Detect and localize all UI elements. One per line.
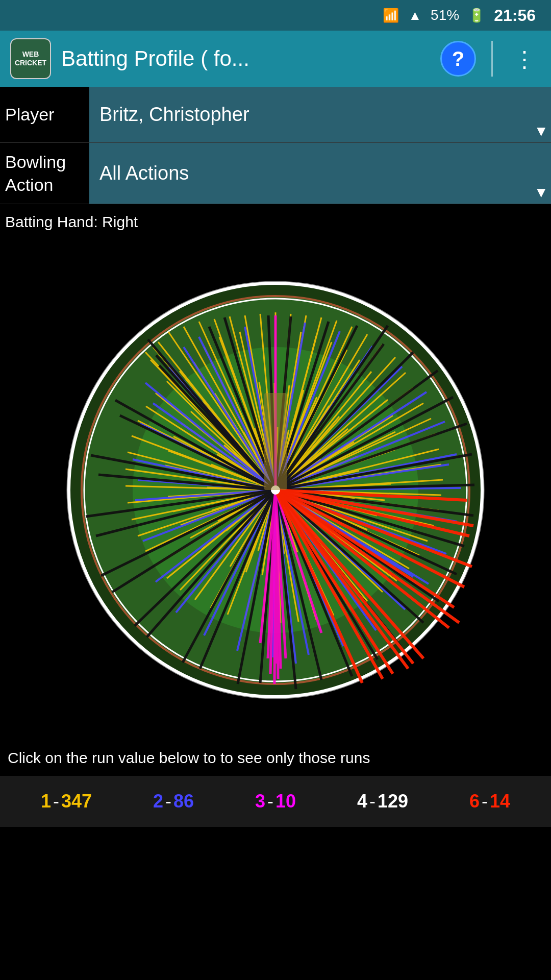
bowling-action-row: Bowling Action All Actions xyxy=(0,143,551,204)
player-row: Player Britz, Christopher xyxy=(0,87,551,143)
legend-item-four[interactable]: 4 - 129 xyxy=(357,791,408,812)
instruction-row: Click on the run value below to to see o… xyxy=(0,740,551,776)
wifi-icon: 📶 xyxy=(383,8,399,23)
divider xyxy=(491,41,493,77)
svg-rect-266 xyxy=(264,393,287,490)
status-time: 21:56 xyxy=(494,6,536,25)
signal-icon: ▲ xyxy=(408,8,421,23)
player-dropdown[interactable]: Britz, Christopher xyxy=(89,87,551,142)
legend-item-one[interactable]: 1 - 347 xyxy=(41,791,92,812)
legend-row[interactable]: 1 - 3472 - 863 - 104 - 1296 - 14 xyxy=(0,776,551,827)
battery-icon: 🔋 xyxy=(468,8,485,23)
app-bar: WEB CRICKET Batting Profile ( fo... ? ⋮ xyxy=(0,31,551,87)
battery-percentage: 51% xyxy=(431,7,459,23)
menu-button[interactable]: ⋮ xyxy=(508,46,541,72)
cricket-chart[interactable] xyxy=(66,281,485,699)
player-label: Player xyxy=(0,105,89,125)
instruction-text: Click on the run value below to to see o… xyxy=(8,749,370,767)
batting-hand-text: Batting Hand: Right xyxy=(5,213,138,231)
bowling-action-label: Bowling Action xyxy=(0,151,89,195)
app-logo: WEB CRICKET xyxy=(10,38,51,79)
status-bar: 📶 ▲ 51% 🔋 21:56 xyxy=(0,0,551,31)
legend-item-two[interactable]: 2 - 86 xyxy=(153,791,194,812)
legend-item-six[interactable]: 6 - 14 xyxy=(469,791,510,812)
app-title: Batting Profile ( fo... xyxy=(61,46,430,71)
chart-area xyxy=(0,240,551,740)
legend-item-three[interactable]: 3 - 10 xyxy=(255,791,296,812)
bowling-action-dropdown[interactable]: All Actions xyxy=(89,143,551,204)
batting-hand-row: Batting Hand: Right xyxy=(0,204,551,240)
help-button[interactable]: ? xyxy=(440,41,476,77)
